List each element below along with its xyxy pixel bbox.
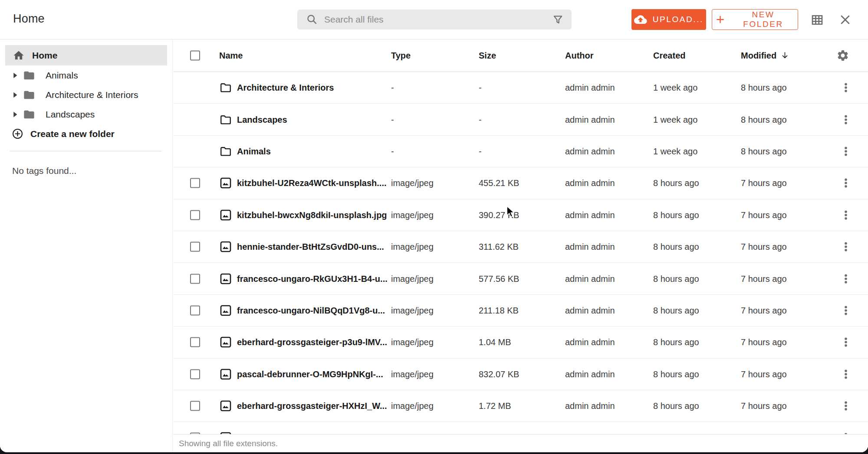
table-row-file[interactable]: francesco-ungaro-NilBQqD1Vg8-u... image/…: [173, 295, 868, 327]
folder-name: Architecture & Interiors: [237, 83, 334, 93]
file-modified: 8 hours ago: [741, 114, 787, 124]
table-row-folder[interactable]: Landscapes - - admin admin 1 week ago 8 …: [173, 104, 868, 135]
column-header-modified-label: Modified: [741, 51, 776, 61]
column-header-size[interactable]: Size: [479, 51, 496, 61]
table-row-file[interactable]: hennie-stander-BtHtZsGvdD0-uns... image/…: [173, 231, 868, 263]
chevron-right-icon[interactable]: [13, 111, 17, 118]
table-row-folder[interactable]: Animals - - admin admin 1 week ago 8 hou…: [173, 136, 868, 167]
table-row-file[interactable]: eberhard-grossgasteiger-p3u9-lMV... imag…: [173, 327, 868, 358]
column-header-created[interactable]: Created: [653, 51, 685, 61]
table-row-file[interactable]: kitzbuhel-bwcxNg8dkiI-unsplash.jpg image…: [173, 199, 868, 231]
file-created: 8 hours ago: [653, 337, 699, 347]
column-header-author[interactable]: Author: [565, 51, 594, 61]
search-bar: [297, 10, 572, 29]
row-menu-kebab-icon[interactable]: [840, 114, 852, 126]
close-icon[interactable]: [839, 13, 852, 26]
sidebar: Home Animals Architecture & Interiors: [0, 39, 173, 452]
file-type: -: [391, 114, 394, 124]
file-created: 1 week ago: [653, 146, 697, 156]
row-checkbox[interactable]: [190, 242, 200, 252]
row-checkbox[interactable]: [190, 401, 200, 411]
table-row-file[interactable]: pascal-debrunner-O-MG9HpNKgI-... image/j…: [173, 359, 868, 390]
column-header-name[interactable]: Name: [219, 51, 243, 61]
file-modified: 7 hours ago: [741, 401, 787, 411]
file-size: 1.72 MB: [479, 401, 511, 411]
file-author: admin admin: [565, 210, 615, 220]
sidebar-item-home[interactable]: Home: [5, 45, 167, 65]
file-author: admin admin: [565, 369, 615, 379]
file-created: 1 week ago: [653, 83, 697, 93]
create-new-folder-label: Create a new folder: [30, 129, 115, 139]
file-created: 8 hours ago: [653, 242, 699, 252]
row-checkbox[interactable]: [190, 274, 200, 284]
grid-view-icon[interactable]: [811, 13, 824, 26]
row-menu-kebab-icon[interactable]: [840, 145, 852, 157]
status-bar-text: Showing all file extensions.: [179, 439, 278, 448]
row-menu-kebab-icon[interactable]: [840, 273, 852, 285]
no-tags-message: No tags found...: [0, 166, 172, 176]
sidebar-item-landscapes[interactable]: Landscapes: [0, 105, 172, 124]
folder-icon: [219, 113, 232, 126]
file-type: image/jpeg: [391, 274, 434, 284]
folder-icon: [23, 69, 35, 82]
chevron-right-icon[interactable]: [13, 92, 17, 98]
file-type: image/jpeg: [391, 369, 434, 379]
image-file-icon: [219, 176, 232, 189]
file-name: kitzbuhel-bwcxNg8dkiI-unsplash.jpg: [237, 210, 387, 220]
image-file-icon: [219, 272, 232, 285]
new-folder-button[interactable]: NEW FOLDER: [712, 9, 798, 30]
file-name: eberhard-grossgasteiger-HXHzI_W...: [237, 401, 387, 411]
image-file-icon: [219, 399, 232, 412]
row-checkbox[interactable]: [190, 337, 200, 347]
row-menu-kebab-icon[interactable]: [840, 400, 852, 412]
row-menu-kebab-icon[interactable]: [840, 304, 852, 317]
sidebar-item-animals[interactable]: Animals: [0, 65, 172, 85]
upload-button[interactable]: UPLOAD...: [631, 9, 706, 30]
row-menu-kebab-icon[interactable]: [840, 336, 852, 348]
file-created: 8 hours ago: [653, 178, 699, 188]
row-menu-kebab-icon[interactable]: [840, 209, 852, 221]
column-header-type[interactable]: Type: [391, 51, 411, 61]
file-created: 8 hours ago: [653, 274, 699, 284]
select-all-checkbox[interactable]: [190, 51, 200, 61]
mouse-cursor: [506, 206, 518, 218]
row-menu-kebab-icon[interactable]: [840, 368, 852, 380]
file-size: 577.56 KB: [479, 274, 519, 284]
folder-icon: [219, 145, 232, 158]
file-size: 455.21 KB: [479, 178, 519, 188]
row-checkbox[interactable]: [190, 178, 200, 188]
table-row-file[interactable]: kitzbuhel-U2Reza4WCtk-unsplash.... image…: [173, 167, 868, 199]
chevron-right-icon[interactable]: [13, 72, 17, 78]
row-menu-kebab-icon[interactable]: [840, 241, 852, 253]
sidebar-divider: [10, 151, 161, 151]
file-author: admin admin: [565, 337, 615, 347]
file-table-body: Architecture & Interiors - - admin admin…: [173, 72, 868, 452]
column-settings-gear-icon[interactable]: [836, 49, 849, 62]
file-created: 1 week ago: [653, 114, 697, 124]
sidebar-item-architecture-interiors[interactable]: Architecture & Interiors: [0, 85, 172, 105]
status-bar: Showing all file extensions.: [173, 434, 868, 452]
search-input[interactable]: [318, 10, 552, 29]
file-author: admin admin: [565, 305, 615, 315]
file-name: hennie-stander-BtHtZsGvdD0-uns...: [237, 242, 384, 252]
filter-icon[interactable]: [552, 14, 564, 26]
file-size: -: [479, 114, 482, 124]
folder-icon: [23, 89, 35, 101]
sidebar-folder-label: Landscapes: [46, 109, 95, 120]
row-menu-kebab-icon[interactable]: [840, 177, 852, 189]
row-checkbox[interactable]: [190, 305, 200, 315]
table-row-file[interactable]: eberhard-grossgasteiger-HXHzI_W... image…: [173, 390, 868, 422]
file-name: kitzbuhel-U2Reza4WCtk-unsplash....: [237, 178, 387, 188]
table-row-file[interactable]: francesco-ungaro-RkGUx3H1-B4-u... image/…: [173, 263, 868, 294]
file-created: 8 hours ago: [653, 210, 699, 220]
row-checkbox[interactable]: [190, 210, 200, 220]
row-checkbox[interactable]: [190, 369, 200, 379]
create-new-folder-button[interactable]: Create a new folder: [0, 124, 172, 144]
row-menu-kebab-icon[interactable]: [840, 82, 852, 94]
column-header-modified[interactable]: Modified: [741, 51, 789, 61]
folder-name: Animals: [237, 146, 271, 156]
file-size: 832.07 KB: [479, 369, 519, 379]
folder-name: Landscapes: [237, 114, 287, 124]
table-row-folder[interactable]: Architecture & Interiors - - admin admin…: [173, 72, 868, 104]
search-icon: [306, 13, 318, 26]
